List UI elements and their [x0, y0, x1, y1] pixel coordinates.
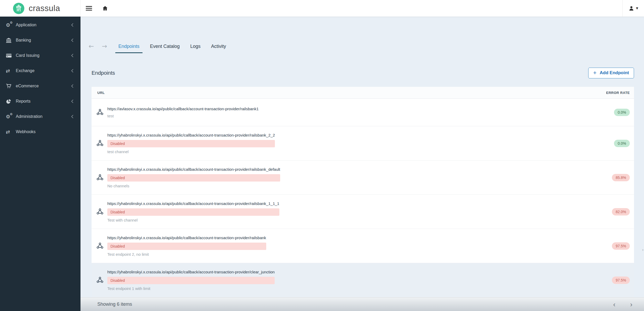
tab[interactable]: Activity	[208, 39, 229, 53]
endpoint-description: Test endpoint 1 with limit	[107, 286, 275, 292]
chevron-left-icon	[71, 114, 74, 119]
error-rate-badge: 0.0%	[614, 109, 630, 116]
endpoint-url: https://yhabrolinskyi.x.crassula.io/api/…	[107, 132, 275, 138]
error-rate-badge: 97.5%	[612, 277, 630, 284]
bank-icon	[6, 37, 14, 43]
crassula-logo-icon	[13, 2, 25, 14]
endpoint-url: https://avlasov.x.crassula.io/api/public…	[107, 106, 259, 112]
history-forward-icon[interactable]: →	[100, 39, 109, 53]
webhook-icon	[96, 242, 104, 250]
error-rate-badge: 0.0%	[614, 140, 630, 147]
chevron-left-icon	[71, 53, 74, 58]
endpoint-description: Test endpoint 2, no limit	[107, 252, 266, 257]
plus-icon: +	[593, 70, 597, 76]
swap-icon: ⇄	[6, 129, 14, 134]
endpoint-description: test channel	[107, 149, 275, 155]
webhook-icon	[96, 108, 104, 116]
chevron-left-icon	[71, 69, 74, 73]
chevron-right-icon[interactable]: ›	[630, 301, 632, 308]
webhook-icon	[96, 208, 104, 216]
items-count: Showing 6 items	[80, 302, 132, 307]
caret-down-icon: ▼	[636, 7, 638, 10]
error-rate-badge: 82.0%	[612, 208, 630, 215]
swap-icon: ⇄	[6, 68, 14, 73]
sidebar-item[interactable]: Reports	[0, 94, 80, 109]
brand-name: crassula	[29, 4, 60, 13]
user-icon	[628, 6, 634, 11]
page-header: Endpoints + Add Endpoint	[92, 66, 634, 79]
endpoint-url: https://yhabrolinskyi.x.crassula.io/api/…	[107, 269, 275, 275]
user-menu[interactable]: ▼	[622, 0, 644, 17]
page-title: Endpoints	[92, 70, 115, 76]
gears-icon: ⚙⚙	[6, 23, 14, 28]
tabs: Endpoints Event Catalog Logs Activity	[115, 39, 233, 53]
sidebar-item[interactable]: eCommerce	[0, 78, 80, 94]
history-back-icon[interactable]: ←	[87, 39, 96, 53]
brand[interactable]: crassula	[0, 0, 80, 17]
table-footer: Showing 6 items ‹ ›	[80, 297, 644, 311]
table-row[interactable]: https://avlasov.x.crassula.io/api/public…	[92, 99, 634, 126]
pagination: ‹ ›	[613, 301, 644, 308]
table-row[interactable]: https://yhabrolinskyi.x.crassula.io/api/…	[92, 263, 634, 297]
column-header-url: URL	[92, 91, 606, 95]
endpoint-url: https://yhabrolinskyi.x.crassula.io/api/…	[107, 166, 280, 173]
chevron-left-icon	[71, 23, 74, 27]
table-header: URL ERROR RATE	[92, 87, 634, 99]
column-header-error-rate: ERROR RATE	[606, 91, 634, 95]
tab[interactable]: Event Catalog	[147, 39, 183, 53]
endpoints-table: URL ERROR RATE	[92, 87, 634, 297]
table-row[interactable]: https://yhabrolinskyi.x.crassula.io/api/…	[92, 195, 634, 229]
chevron-left-icon	[71, 38, 74, 42]
menu-icon[interactable]	[86, 6, 92, 11]
scroll-right-hint: ›	[642, 248, 643, 252]
endpoint-description: No channels	[107, 183, 280, 189]
sidebar-item[interactable]: ⇄ Webhooks	[0, 124, 80, 139]
table-body: https://avlasov.x.crassula.io/api/public…	[92, 99, 634, 297]
tab[interactable]: Endpoints	[115, 39, 143, 53]
error-rate-badge: 85.8%	[612, 174, 630, 181]
home-icon[interactable]	[102, 5, 108, 11]
sidebar: ⚙⚙ Application Banking Card Issuing	[0, 17, 80, 311]
card-icon	[6, 53, 14, 59]
chevron-left-icon	[71, 84, 74, 88]
error-rate-badge: 97.5%	[612, 242, 630, 250]
tab-bar: ← → Endpoints Event Catalog Logs Activit…	[87, 39, 634, 53]
chevron-left-icon	[71, 99, 74, 103]
sidebar-item[interactable]: ⇄ Exchange	[0, 63, 80, 78]
webhook-icon	[96, 276, 104, 284]
pie-icon	[6, 99, 14, 104]
status-badge: Disabled	[107, 174, 280, 182]
status-badge: Disabled	[107, 243, 266, 250]
table-row[interactable]: https://yhabrolinskyi.x.crassula.io/api/…	[92, 160, 634, 195]
chevron-left-icon[interactable]: ‹	[613, 301, 616, 308]
endpoint-url: https://yhabrolinskyi.x.crassula.io/api/…	[107, 235, 266, 241]
table-row[interactable]: https://yhabrolinskyi.x.crassula.io/api/…	[92, 126, 634, 160]
main-content: ← → Endpoints Event Catalog Logs Activit…	[80, 17, 644, 311]
endpoint-url: https://yhabrolinskyi.x.crassula.io/api/…	[107, 200, 279, 207]
add-endpoint-button[interactable]: + Add Endpoint	[588, 68, 634, 78]
endpoint-description: test	[107, 113, 259, 119]
sidebar-item[interactable]: ⚙⚙ Administration	[0, 109, 80, 124]
gears-icon: ⚙⚙	[6, 114, 14, 119]
topbar: crassula ▼	[0, 0, 644, 17]
status-badge: Disabled	[107, 277, 275, 284]
status-badge: Disabled	[107, 208, 279, 216]
webhook-icon	[96, 139, 104, 147]
sidebar-item[interactable]: Banking	[0, 33, 80, 48]
tab[interactable]: Logs	[187, 39, 204, 53]
sidebar-item[interactable]: Card Issuing	[0, 48, 80, 63]
status-badge: Disabled	[107, 140, 275, 147]
sidebar-item[interactable]: ⚙⚙ Application	[0, 17, 80, 33]
cart-icon	[6, 83, 14, 89]
endpoint-description: Test with channel	[107, 217, 279, 223]
table-row[interactable]: https://yhabrolinskyi.x.crassula.io/api/…	[92, 229, 634, 263]
webhook-icon	[96, 174, 104, 182]
